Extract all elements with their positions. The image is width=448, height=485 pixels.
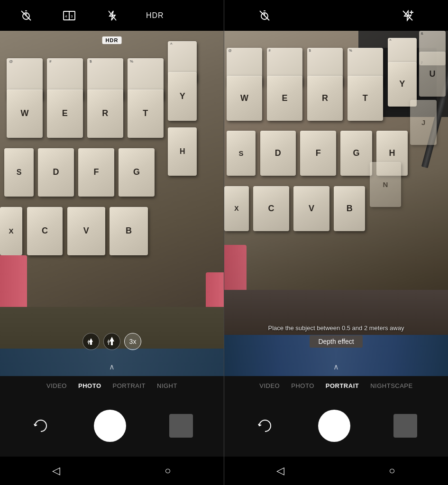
aspect-ratio-icon[interactable]: 4 3 bbox=[60, 6, 79, 25]
right-nightscape-tab[interactable]: NIGHTSCAPE bbox=[369, 380, 414, 391]
right-viewfinder: @ 2 # 3 $ 4 % 5 ^ 6 bbox=[224, 31, 448, 376]
left-mode-tabs: VIDEO PHOTO PORTRAIT NIGHT bbox=[0, 376, 224, 395]
zoom-large-tree-btn[interactable] bbox=[103, 333, 120, 350]
zoom-small-tree-btn[interactable] bbox=[82, 333, 100, 350]
right-gallery-thumbnail[interactable] bbox=[393, 414, 417, 438]
timer-off-icon[interactable] bbox=[17, 6, 36, 25]
svg-marker-11 bbox=[87, 340, 90, 344]
left-camera-controls bbox=[0, 395, 224, 457]
svg-marker-13 bbox=[107, 339, 110, 345]
hdr-badge: HDR bbox=[102, 36, 122, 44]
right-flash-sparkle-icon[interactable] bbox=[398, 6, 417, 25]
right-mode-tabs: VIDEO PHOTO PORTRAIT NIGHTSCAPE bbox=[224, 376, 448, 395]
svg-marker-10 bbox=[89, 338, 93, 345]
right-nav-bar: ◁ ○ bbox=[224, 457, 448, 485]
svg-point-20 bbox=[411, 11, 412, 13]
right-shutter-button[interactable] bbox=[318, 410, 350, 442]
left-camera-screen: 4 3 HDR @ 2 bbox=[0, 0, 224, 485]
video-tab[interactable]: VIDEO bbox=[46, 380, 68, 391]
portrait-tab[interactable]: PORTRAIT bbox=[112, 380, 147, 391]
svg-marker-12 bbox=[110, 337, 114, 345]
home-button[interactable]: ○ bbox=[157, 460, 178, 481]
svg-text:3: 3 bbox=[71, 14, 73, 18]
right-photo-tab[interactable]: PHOTO bbox=[290, 380, 315, 391]
right-rotate-camera-btn[interactable] bbox=[255, 416, 275, 436]
swipe-up-indicator: ∧ bbox=[109, 362, 115, 371]
right-home-button[interactable]: ○ bbox=[382, 460, 402, 481]
svg-text:4: 4 bbox=[65, 14, 67, 18]
photo-tab[interactable]: PHOTO bbox=[77, 380, 102, 391]
portrait-overlay: Place the subject between 0.5 and 2 mete… bbox=[224, 324, 448, 348]
right-top-bar bbox=[224, 0, 448, 31]
rotate-camera-btn[interactable] bbox=[31, 416, 51, 436]
right-back-button[interactable]: ◁ bbox=[270, 460, 291, 481]
right-portrait-tab[interactable]: PORTRAIT bbox=[325, 380, 360, 391]
back-button[interactable]: ◁ bbox=[46, 460, 66, 481]
left-viewfinder: @ 2 # 3 $ 4 % 5 ^ 6 bbox=[0, 31, 224, 376]
shutter-button[interactable] bbox=[94, 410, 126, 442]
gallery-thumbnail[interactable] bbox=[169, 414, 193, 438]
distance-hint: Place the subject between 0.5 and 2 mete… bbox=[268, 324, 404, 332]
left-nav-bar: ◁ ○ bbox=[0, 457, 224, 485]
depth-effect-badge: Depth effect bbox=[310, 335, 362, 348]
left-top-bar: 4 3 HDR bbox=[0, 0, 224, 31]
zoom-3x-btn[interactable]: 3x bbox=[124, 333, 141, 350]
zoom-controls[interactable]: 3x bbox=[82, 333, 141, 350]
right-video-tab[interactable]: VIDEO bbox=[258, 380, 281, 391]
flash-off-icon[interactable] bbox=[103, 6, 122, 25]
right-camera-controls bbox=[224, 395, 448, 457]
right-camera-screen: @ 2 # 3 $ 4 % 5 ^ 6 bbox=[224, 0, 448, 485]
keyboard-display: @ 2 # 3 $ 4 % 5 ^ 6 bbox=[0, 31, 224, 376]
right-timer-off-icon[interactable] bbox=[255, 6, 274, 25]
night-tab[interactable]: NIGHT bbox=[156, 380, 178, 391]
right-swipe-up-indicator: ∧ bbox=[333, 362, 339, 371]
hdr-label[interactable]: HDR bbox=[146, 11, 164, 20]
